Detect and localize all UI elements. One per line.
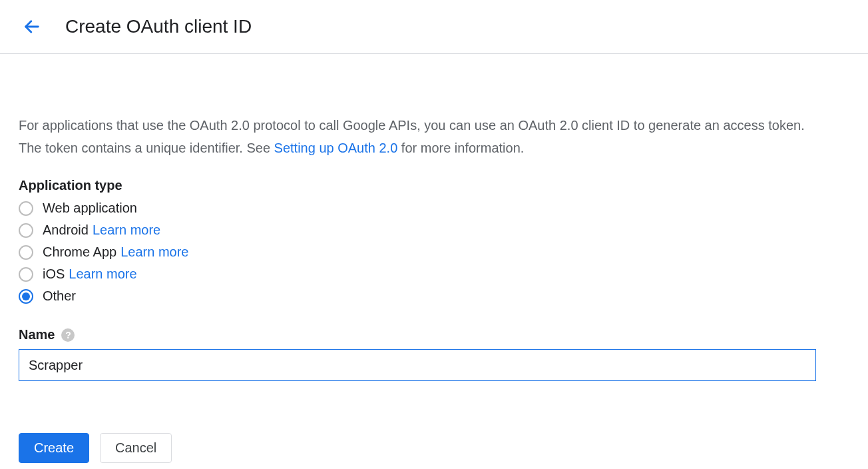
radio-label: Chrome App (43, 241, 116, 263)
radio-icon[interactable] (19, 267, 33, 282)
radio-label: Other (43, 285, 76, 307)
learn-more-link[interactable]: Learn more (120, 241, 188, 263)
radio-label: Web application (43, 197, 137, 219)
cancel-button[interactable]: Cancel (100, 433, 172, 463)
create-button[interactable]: Create (19, 433, 89, 463)
learn-more-link[interactable]: Learn more (93, 219, 160, 241)
radio-icon[interactable] (19, 245, 33, 260)
name-label: Name (19, 327, 55, 342)
back-arrow-icon[interactable] (19, 13, 45, 40)
radio-icon[interactable] (19, 223, 33, 238)
radio-label: Android (43, 219, 89, 241)
radio-option-ios[interactable]: iOSLearn more (19, 263, 820, 285)
page-title: Create OAuth client ID (65, 16, 252, 37)
application-type-label: Application type (19, 178, 820, 193)
intro-text: For applications that use the OAuth 2.0 … (19, 114, 820, 159)
header: Create OAuth client ID (0, 0, 868, 54)
name-label-row: Name ? (19, 327, 820, 342)
radio-option-web-application[interactable]: Web application (19, 197, 820, 219)
radio-option-chrome-app[interactable]: Chrome AppLearn more (19, 241, 820, 263)
main-content: For applications that use the OAuth 2.0 … (0, 54, 839, 469)
radio-label: iOS (43, 263, 65, 285)
intro-link[interactable]: Setting up OAuth 2.0 (274, 141, 398, 155)
learn-more-link[interactable]: Learn more (69, 263, 136, 285)
application-type-radios: Web applicationAndroidLearn moreChrome A… (19, 197, 820, 307)
radio-icon[interactable] (19, 289, 33, 304)
intro-trail: for more information. (397, 141, 524, 155)
radio-option-other[interactable]: Other (19, 285, 820, 307)
name-input[interactable] (19, 349, 816, 381)
radio-icon[interactable] (19, 201, 33, 216)
radio-option-android[interactable]: AndroidLearn more (19, 219, 820, 241)
help-icon[interactable]: ? (61, 328, 75, 342)
button-row: Create Cancel (19, 433, 820, 463)
